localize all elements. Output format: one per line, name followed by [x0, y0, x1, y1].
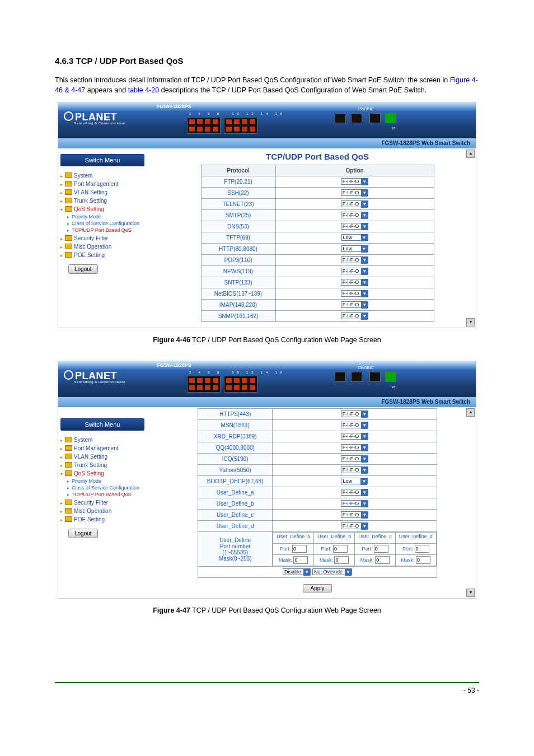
qos-row: User_Define_cF-I-F-O▼: [198, 510, 437, 521]
sidebar-sub-priority[interactable]: ▸Priority Mode: [67, 214, 144, 220]
sidebar-item-vlan[interactable]: ▸VLAN Setting: [60, 189, 144, 195]
sidebar-item-label: Port Management: [74, 445, 119, 451]
logo-text: PLANET: [75, 111, 117, 123]
option-select[interactable]: F-I-F-O▼: [341, 256, 369, 263]
logout-button[interactable]: Logout: [68, 264, 98, 274]
table-link-1[interactable]: table 4-20: [128, 86, 160, 94]
scroll-down-button[interactable]: ▾: [466, 589, 475, 597]
ud-port-input[interactable]: [292, 545, 307, 553]
option-select[interactable]: F-I-F-O▼: [341, 455, 369, 462]
sidebar-item-qos[interactable]: ▾QoS Setting: [60, 206, 144, 212]
sidebar-item-security[interactable]: ▸Security Filter: [60, 499, 144, 506]
option-select[interactable]: F-I-F-O▼: [341, 189, 369, 196]
sidebar-item-portmgmt[interactable]: ▸Port Management: [60, 445, 144, 451]
option-select[interactable]: F-I-F-O▼: [341, 489, 369, 496]
option-select[interactable]: F-I-F-O▼: [341, 511, 369, 518]
port-rack: 2 4 6 8 10 12 14 16 1 3 5 7 9 11 13 15: [187, 107, 285, 138]
dropdown-arrow-icon: ▼: [361, 433, 368, 440]
user-define-row: User_Define Port number (1~65535) Mask(0…: [198, 532, 437, 567]
qos-row: POP3(110)F-I-F-O▼: [201, 255, 434, 266]
option-select[interactable]: F-I-F-O▼: [341, 522, 369, 529]
scroll-up-button[interactable]: ▴: [466, 408, 475, 417]
option-select[interactable]: F-I-F-O▼: [341, 312, 369, 319]
option-select[interactable]: F-I-F-O▼: [341, 410, 369, 417]
protocol-cell: XRD_RDP(3389): [198, 431, 273, 442]
option-select[interactable]: F-I-F-O▼: [341, 212, 369, 218]
ud-mask-input[interactable]: [293, 556, 308, 564]
sidebar-item-system[interactable]: ▸System: [60, 436, 144, 443]
protocol-cell: TFTP(69): [201, 232, 275, 244]
sidebar-item-portmgmt[interactable]: ▸Port Management: [60, 180, 144, 187]
sidebar-item-label: Security Filter: [74, 500, 108, 506]
sidebar-item-label: System: [74, 172, 92, 179]
mode-select-1[interactable]: Disable▼: [283, 568, 311, 575]
option-select[interactable]: F-I-F-O▼: [341, 433, 369, 440]
sidebar-item-qos[interactable]: ▾QoS Setting: [60, 470, 144, 477]
dropdown-arrow-icon: ▼: [361, 301, 368, 309]
option-select[interactable]: Low▼: [341, 245, 368, 252]
sidebar-sub-tcpudp[interactable]: ▸TCP/UDP Port Based QoS: [67, 227, 144, 233]
option-select-text: F-I-F-O: [341, 178, 360, 185]
protocol-cell: FTP(20,21): [201, 176, 275, 188]
option-select[interactable]: F-I-F-O▼: [341, 500, 369, 507]
sidebar-item-trunk[interactable]: ▸Trunk Setting: [60, 461, 144, 468]
option-select[interactable]: F-I-F-O▼: [341, 279, 369, 286]
scroll-down-button[interactable]: ▾: [466, 318, 475, 326]
ud-port-input[interactable]: [374, 545, 388, 553]
status-port-icon: [385, 372, 396, 382]
sidebar-item-label: Misc Operation: [74, 508, 111, 514]
ud-port-input[interactable]: [333, 545, 348, 553]
protocol-cell: HTTPS(443): [198, 409, 273, 420]
sidebar-item-trunk[interactable]: ▸Trunk Setting: [60, 197, 144, 204]
ud-mask-input[interactable]: [375, 556, 390, 564]
logo-text: PLANET: [75, 370, 117, 381]
option-select[interactable]: F-I-F-O▼: [341, 200, 369, 207]
mode-select-2[interactable]: Not Override▼: [312, 568, 352, 575]
option-select[interactable]: F-I-F-O▼: [341, 178, 369, 185]
intro-pre: This section introduces detail informati…: [55, 76, 450, 84]
sidebar-sub-priority[interactable]: ▸Priority Mode: [67, 478, 144, 484]
sidebar-item-misc[interactable]: ▸Misc Operation: [60, 507, 144, 514]
sidebar-item-poe[interactable]: ▸POE Setting: [60, 516, 144, 522]
status-box: 15sGBIC 18: [334, 366, 397, 389]
option-select[interactable]: Low▼: [341, 234, 368, 241]
dropdown-arrow-icon: ▼: [361, 489, 368, 496]
sidebar-item-poe[interactable]: ▸POE Setting: [60, 251, 144, 258]
brand-logo: PLANET Networking & Communication: [64, 111, 125, 125]
dropdown-arrow-icon: ▼: [361, 466, 368, 474]
protocol-cell: BOOTP_DHCP(67,68): [198, 476, 273, 487]
option-select[interactable]: F-I-F-O▼: [341, 290, 369, 297]
ud-port-input[interactable]: [415, 545, 429, 553]
option-select[interactable]: F-I-F-O▼: [341, 422, 369, 428]
option-select[interactable]: F-I-F-O▼: [341, 223, 369, 230]
logout-button[interactable]: Logout: [68, 529, 98, 538]
option-cell: F-I-F-O▼: [275, 266, 434, 277]
option-select[interactable]: F-I-F-O▼: [341, 301, 369, 308]
option-select[interactable]: F-I-F-O▼: [341, 444, 369, 451]
option-select[interactable]: Low▼: [341, 478, 368, 484]
sidebar-item-security[interactable]: ▸Security Filter: [60, 235, 144, 241]
sidebar-item-vlan[interactable]: ▸VLAN Setting: [60, 453, 144, 460]
sidebar-sub-tcpudp[interactable]: ▸TCP/UDP Port Based QoS: [67, 492, 144, 497]
sidebar-sub-cos[interactable]: ▸Class of Service Configuration: [67, 485, 144, 491]
device-header: FGSW-1828PS PLANET Networking & Communic…: [58, 102, 476, 138]
ud-mask-input[interactable]: [416, 556, 430, 564]
apply-button[interactable]: Apply: [303, 584, 331, 592]
option-select-text: Low: [341, 478, 359, 485]
main-pane: ▴ ▾ HTTPS(443)F-I-F-O▼MSN(1863)F-I-F-O▼X…: [147, 407, 476, 598]
option-select[interactable]: F-I-F-O▼: [341, 268, 369, 274]
qos-row: FTP(20,21)F-I-F-O▼: [201, 176, 434, 188]
ud-mask-input[interactable]: [334, 556, 349, 564]
pane-title: TCP/UDP Port Based QoS: [169, 152, 466, 161]
option-cell: F-I-F-O▼: [275, 311, 434, 322]
protocol-cell: SMTP(25): [201, 210, 275, 221]
figure-caption-2: Figure 4-47 TCP / UDP Port Based QoS Con…: [55, 606, 479, 614]
sidebar-item-misc[interactable]: ▸Misc Operation: [60, 243, 144, 250]
sidebar-item-system[interactable]: ▸System: [60, 172, 144, 179]
qos-row: SMTP(25)F-I-F-O▼: [201, 210, 434, 221]
option-select[interactable]: F-I-F-O▼: [341, 466, 369, 473]
sidebar-sub-cos[interactable]: ▸Class of Service Configuration: [67, 221, 144, 226]
option-select-text: F-I-F-O: [341, 223, 360, 230]
scroll-up-button[interactable]: ▴: [466, 150, 475, 158]
switch-menu-header: Switch Menu: [60, 418, 144, 431]
